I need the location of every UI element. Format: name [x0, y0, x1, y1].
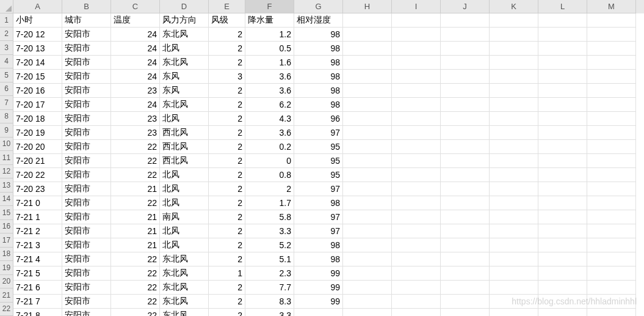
column-header-C[interactable]: C	[111, 0, 160, 13]
cell-G2[interactable]: 98	[294, 28, 343, 42]
cell-J3[interactable]	[441, 42, 490, 56]
cell-E7[interactable]: 2	[209, 98, 245, 112]
cell-H12[interactable]	[343, 168, 392, 182]
cell-B10[interactable]: 安阳市	[62, 140, 111, 154]
cell-G18[interactable]: 98	[294, 252, 343, 266]
cell-A3[interactable]: 7-20 13	[13, 42, 62, 56]
cell-F15[interactable]: 5.8	[245, 210, 294, 224]
cell-A5[interactable]: 7-20 15	[13, 70, 62, 84]
cell-E14[interactable]: 2	[209, 196, 245, 210]
cell-L16[interactable]	[538, 224, 587, 238]
cell-E9[interactable]: 2	[209, 126, 245, 140]
cell-C10[interactable]: 22	[111, 140, 160, 154]
cell-A10[interactable]: 7-20 20	[13, 140, 62, 154]
cell-D21[interactable]: 东北风	[160, 295, 209, 309]
cell-G17[interactable]: 98	[294, 238, 343, 252]
cell-C20[interactable]: 22	[111, 281, 160, 295]
row-header-13[interactable]: 13	[0, 178, 13, 193]
column-header-E[interactable]: E	[209, 0, 245, 13]
column-header-F[interactable]: F	[245, 0, 294, 13]
cell-L2[interactable]	[538, 28, 587, 42]
cell-K9[interactable]	[490, 126, 538, 140]
cell-K5[interactable]	[490, 70, 538, 84]
cell-G22[interactable]	[294, 309, 343, 316]
row-header-9[interactable]: 9	[0, 123, 13, 138]
row-header-17[interactable]: 17	[0, 233, 13, 248]
cell-H4[interactable]	[343, 56, 392, 70]
cell-K18[interactable]	[490, 252, 538, 266]
cell-D19[interactable]: 东北风	[160, 266, 209, 281]
cell-A13[interactable]: 7-20 23	[13, 182, 62, 196]
cell-D10[interactable]: 西北风	[160, 140, 209, 154]
cell-H11[interactable]	[343, 154, 392, 168]
cell-D7[interactable]: 东北风	[160, 98, 209, 112]
cell-D14[interactable]: 北风	[160, 196, 209, 210]
cell-B12[interactable]: 安阳市	[62, 168, 111, 182]
cell-C11[interactable]: 22	[111, 154, 160, 168]
cell-J2[interactable]	[441, 28, 490, 42]
cell-G15[interactable]: 97	[294, 210, 343, 224]
column-header-D[interactable]: D	[160, 0, 209, 13]
cell-I18[interactable]	[392, 252, 441, 266]
cell-C16[interactable]: 21	[111, 224, 160, 238]
cell-E20[interactable]: 2	[209, 281, 245, 295]
cell-M12[interactable]	[587, 168, 636, 182]
cell-I1[interactable]	[392, 13, 441, 28]
cell-I5[interactable]	[392, 70, 441, 84]
cell-M18[interactable]	[587, 252, 636, 266]
cell-A12[interactable]: 7-20 22	[13, 168, 62, 182]
cell-D18[interactable]: 东北风	[160, 252, 209, 266]
cell-I15[interactable]	[392, 210, 441, 224]
cell-H9[interactable]	[343, 126, 392, 140]
column-header-K[interactable]: K	[490, 0, 538, 13]
cell-J13[interactable]	[441, 182, 490, 196]
cell-A6[interactable]: 7-20 16	[13, 84, 62, 98]
cell-J7[interactable]	[441, 98, 490, 112]
cell-D20[interactable]: 东北风	[160, 281, 209, 295]
cell-J8[interactable]	[441, 112, 490, 126]
cell-M2[interactable]	[587, 28, 636, 42]
cell-H20[interactable]	[343, 281, 392, 295]
cell-L3[interactable]	[538, 42, 587, 56]
cell-C8[interactable]: 23	[111, 112, 160, 126]
cell-K15[interactable]	[490, 210, 538, 224]
cell-L22[interactable]	[538, 309, 587, 316]
cell-E3[interactable]: 2	[209, 42, 245, 56]
row-header-1[interactable]: 1	[0, 13, 13, 28]
cell-B20[interactable]: 安阳市	[62, 281, 111, 295]
cell-C5[interactable]: 24	[111, 70, 160, 84]
cell-H18[interactable]	[343, 252, 392, 266]
cell-I2[interactable]	[392, 28, 441, 42]
cell-J1[interactable]	[441, 13, 490, 28]
cell-H13[interactable]	[343, 182, 392, 196]
cell-L4[interactable]	[538, 56, 587, 70]
row-header-10[interactable]: 10	[0, 138, 13, 152]
cell-M7[interactable]	[587, 98, 636, 112]
column-header-G[interactable]: G	[294, 0, 343, 13]
row-header-19[interactable]: 19	[0, 261, 13, 275]
cell-J10[interactable]	[441, 140, 490, 154]
cell-F18[interactable]: 5.1	[245, 252, 294, 266]
cell-I3[interactable]	[392, 42, 441, 56]
cell-L12[interactable]	[538, 168, 587, 182]
cell-F9[interactable]: 3.6	[245, 126, 294, 140]
cell-L1[interactable]	[538, 13, 587, 28]
cell-B2[interactable]: 安阳市	[62, 28, 111, 42]
cell-C6[interactable]: 23	[111, 84, 160, 98]
cell-L20[interactable]	[538, 281, 587, 295]
cell-B15[interactable]: 安阳市	[62, 210, 111, 224]
cell-I4[interactable]	[392, 56, 441, 70]
cell-B7[interactable]: 安阳市	[62, 98, 111, 112]
cell-C19[interactable]: 22	[111, 266, 160, 281]
cell-J22[interactable]	[441, 309, 490, 316]
cell-A22[interactable]: 7-21 8	[13, 309, 62, 316]
cell-D9[interactable]: 西北风	[160, 126, 209, 140]
cell-M20[interactable]	[587, 281, 636, 295]
cell-C12[interactable]: 22	[111, 168, 160, 182]
cell-F3[interactable]: 0.5	[245, 42, 294, 56]
cell-F14[interactable]: 1.7	[245, 196, 294, 210]
cell-J12[interactable]	[441, 168, 490, 182]
cell-D11[interactable]: 西北风	[160, 154, 209, 168]
cell-L17[interactable]	[538, 238, 587, 252]
cell-F1[interactable]: 降水量	[245, 13, 294, 28]
